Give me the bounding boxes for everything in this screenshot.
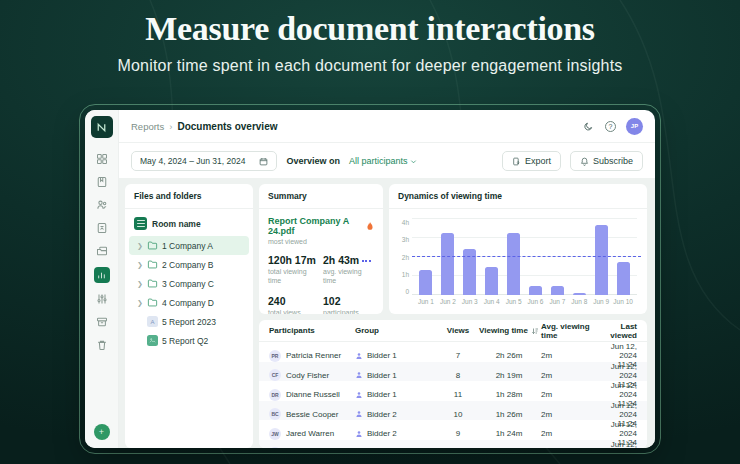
chart-bar — [507, 233, 520, 295]
sidebar-item-settings-sliders-icon[interactable] — [95, 292, 109, 306]
pdf-file-icon: A — [147, 316, 158, 327]
sidebar-item-reports-active-icon[interactable] — [94, 267, 110, 283]
participant-name: Patricia Renner — [286, 351, 341, 360]
chevron-down-icon — [410, 158, 417, 165]
expand-chevron-icon[interactable]: ❯ — [137, 242, 143, 250]
hero-title: Measure document interactions — [0, 10, 740, 48]
files-and-folders-panel: Files and folders Room name ❯ 1 Company … — [125, 184, 253, 448]
y-tick-label: 4h — [397, 219, 409, 226]
breadcrumb-reports[interactable]: Reports — [131, 121, 164, 132]
date-range-picker[interactable]: May 4, 2024 – Jun 31, 2024 — [131, 151, 277, 171]
window-topbar: Reports › Documents overview ? JP — [119, 110, 655, 143]
chart-x-axis: Jun 1Jun 2Jun 3Jun 4Jun 5Jun 6Jun 7Jun 8… — [412, 298, 637, 305]
group-person-icon — [355, 352, 363, 360]
date-range-value: May 4, 2024 – Jun 31, 2024 — [140, 156, 245, 166]
x-tick-label: Jun 1 — [415, 298, 437, 305]
chart-bar — [595, 225, 608, 295]
expand-chevron-icon[interactable]: ❯ — [137, 299, 143, 307]
export-button[interactable]: Export — [502, 151, 561, 171]
participant-viewing-time: 1h 28m — [477, 390, 541, 399]
chart-title: Dynamics of viewing time — [389, 184, 647, 209]
participant-group: Bidder 1 — [367, 390, 397, 399]
app-logo[interactable] — [91, 116, 113, 138]
content-area: Files and folders Room name ❯ 1 Company … — [119, 178, 655, 448]
table-row[interactable]: JW Jared Warren Bidder 2 9 1h 24m 2m Jun… — [259, 420, 647, 440]
expand-chevron-icon[interactable]: ❯ — [137, 280, 143, 288]
participant-group: Bidder 1 — [367, 371, 397, 380]
folder-icon — [147, 278, 158, 289]
user-avatar[interactable]: JP — [626, 118, 643, 135]
x-tick-label: Jun 7 — [546, 298, 568, 305]
participant-name: Bessie Cooper — [286, 410, 338, 419]
sidebar-item-documents-icon[interactable] — [95, 175, 109, 189]
room-name-item[interactable]: Room name — [125, 209, 253, 236]
table-row[interactable]: DR Dianne Russell Bidder 1 11 1h 28m 2m … — [259, 381, 647, 401]
export-icon — [512, 157, 521, 166]
col-last-viewed: Last viewed — [603, 322, 637, 340]
folder-icon — [147, 259, 158, 270]
sidebar-item-dashboard-icon[interactable] — [95, 152, 109, 166]
participant-avg-viewing-time: 2m — [541, 390, 603, 399]
chart-plot — [412, 219, 637, 295]
participant-views: 9 — [439, 429, 477, 438]
chart-bar — [419, 270, 432, 295]
chart-bar — [441, 233, 454, 295]
dark-mode-moon-icon[interactable] — [582, 120, 595, 133]
participant-name: Cody Fisher — [286, 371, 329, 380]
folder-item-company-c[interactable]: ❯ 3 Company C — [129, 274, 249, 293]
sort-descending-icon — [531, 327, 539, 335]
participant-views: 11 — [439, 390, 477, 399]
col-viewing-time-sortable[interactable]: Viewing time — [477, 326, 541, 335]
participants-filter-dropdown[interactable]: All participants — [349, 156, 418, 166]
x-tick-label: Jun 8 — [568, 298, 590, 305]
chart-bars — [412, 219, 637, 295]
sidebar-item-folders-icon[interactable] — [95, 244, 109, 258]
participant-avatar: DR — [269, 389, 281, 401]
sidebar-rail: + — [85, 110, 119, 448]
participant-avatar: BC — [269, 408, 281, 420]
file-item-report-2023[interactable]: A 5 Report 2023 — [129, 312, 249, 331]
table-row[interactable]: BC Bessie Cooper Bidder 2 10 1h 26m 2m J… — [259, 401, 647, 421]
sidebar-item-file-reports-icon[interactable] — [95, 221, 109, 235]
expand-chevron-icon[interactable]: ❯ — [137, 261, 143, 269]
participant-viewing-time: 2h 19m — [477, 371, 541, 380]
help-support-button[interactable]: + — [94, 424, 110, 440]
participant-group: Bidder 2 — [367, 429, 397, 438]
sidebar-item-trash-icon[interactable] — [95, 338, 109, 352]
stat-participants-engaged: 102 participants engaged — [323, 295, 374, 314]
flame-icon — [366, 222, 374, 231]
col-avg-viewing-time: Avg. viewing time — [541, 322, 603, 340]
subscribe-button[interactable]: Subscribe — [570, 151, 643, 171]
breadcrumb-separator: › — [169, 121, 172, 132]
app-window: + Reports › Documents overview ? JP May … — [85, 110, 655, 448]
col-group: Group — [355, 326, 439, 335]
folder-item-company-b[interactable]: ❯ 2 Company B — [129, 255, 249, 274]
stat-total-views: 240 total views — [268, 295, 319, 314]
participant-group: Bidder 1 — [367, 351, 397, 360]
y-tick-label: 3h — [397, 236, 409, 243]
participant-avatar: PR — [269, 350, 281, 362]
help-icon[interactable]: ? — [604, 120, 617, 133]
participants-table-panel: Participants Group Views Viewing time Av… — [259, 320, 647, 448]
folder-item-company-d[interactable]: ❯ 4 Company D — [129, 293, 249, 312]
y-tick-label: 1h — [397, 271, 409, 278]
calendar-icon — [259, 157, 268, 166]
participant-group: Bidder 2 — [367, 410, 397, 419]
most-viewed-label: most viewed — [268, 238, 374, 245]
participant-name: Dianne Russell — [286, 390, 340, 399]
file-item-report-q2[interactable]: 5 Report Q2 — [129, 331, 249, 350]
participant-avg-viewing-time: 2m — [541, 429, 603, 438]
table-body: PR Patricia Renner Bidder 1 7 2h 26m 2m … — [259, 342, 647, 448]
participant-last-viewed: Jun 12, 2024 11:24 — [603, 440, 637, 449]
group-person-icon — [355, 430, 363, 438]
table-row[interactable]: CF Cody Fisher Bidder 1 8 2h 19m 2m Jun … — [259, 362, 647, 382]
x-tick-label: Jun 3 — [459, 298, 481, 305]
sidebar-item-archive-icon[interactable] — [95, 315, 109, 329]
table-row[interactable]: PR Patricia Renner Bidder 1 7 2h 26m 2m … — [259, 342, 647, 362]
folder-item-company-a[interactable]: ❯ 1 Company A — [129, 236, 249, 255]
most-viewed-document-link[interactable]: Report Company A 24.pdf — [268, 216, 374, 236]
folder-icon — [147, 297, 158, 308]
participant-viewing-time: 1h 24m — [477, 429, 541, 438]
sidebar-item-users-icon[interactable] — [95, 198, 109, 212]
table-row[interactable]: AF Albert Flores Bidder 2 8 1h 11m 2m Ju… — [259, 440, 647, 449]
